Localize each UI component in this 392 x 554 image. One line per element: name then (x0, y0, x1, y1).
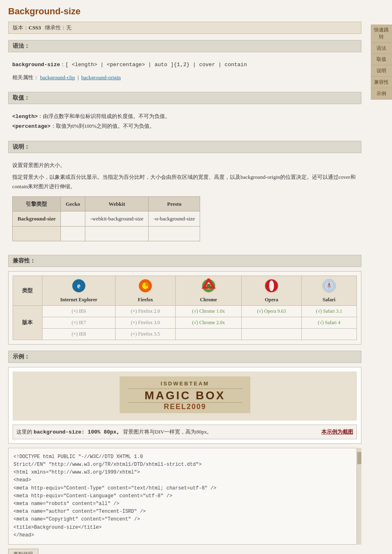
values-content: <length>：由浮点数字和单位标识符组成的长度值。不可为负值。 <perce… (8, 108, 361, 135)
vendor-empty2 (60, 226, 85, 241)
vendor-col-engine: 引擎类型 (13, 196, 61, 211)
version-value: CSS3 (29, 24, 41, 31)
compat-table: 类型 e Internet Explorer (13, 276, 357, 340)
quick-nav-values[interactable]: 取值 (371, 54, 392, 65)
example-header-text: 示例： (13, 354, 30, 360)
quick-nav-title[interactable]: 快速跳转 (371, 24, 392, 43)
compat-row1: 版本 (×) IE6 (×) Firefox 2.0 (√) Chrome 1.… (13, 305, 357, 317)
scrollbar-thumb[interactable] (357, 452, 361, 464)
value-percentage-term: <percentage> (12, 123, 51, 129)
demo-text1: ISDWEBTEAM MAGIC BOX REEL2009 (120, 376, 250, 415)
syntax-line: background-size：[ <length> | <percentage… (12, 60, 357, 69)
compat-opera-v2 (242, 317, 301, 328)
quick-nav-example[interactable]: 示例 (371, 88, 392, 100)
description-content: 设置背景图片的大小。 指定背景大小，以象素或百分比显示。当指定为百分比时，大小会… (8, 157, 361, 249)
compat-chrome-v1: (√) Chrome 1.0x (176, 305, 242, 317)
example-box: ISDWEBTEAM MAGIC BOX REEL2009 (8, 367, 361, 444)
compat-type-header: 类型 (13, 276, 42, 305)
demo-banner: ISDWEBTEAM MAGIC BOX REEL2009 (120, 376, 250, 415)
copy-button[interactable]: 复制代码 (8, 549, 38, 554)
compat-ie-v1: (×) IE6 (42, 305, 116, 317)
example-header: 示例： (8, 351, 361, 363)
screenshot-btn[interactable]: 本示例为截图 (321, 428, 353, 436)
vendor-empty3 (85, 226, 149, 241)
quick-nav-description[interactable]: 说明 (371, 65, 392, 77)
syntax-header-text: 语法： (13, 43, 30, 49)
compat-row2: (×) IE7 (×) Firefox 3.0 (√) Chrome 2.0x … (13, 317, 357, 328)
main-content: Background-size 版本：CSS3 继承性：无 语法： backgr… (0, 0, 370, 554)
svg-text:ISDWEBTEAM: ISDWEBTEAM (160, 380, 209, 387)
compat-row3: (×) IE8 (×) Firefox 3.5 (13, 328, 357, 340)
compat-safari-header: Safari (301, 276, 356, 305)
quick-nav-compat[interactable]: 兼容性 (371, 77, 392, 88)
syntax-definition: ：[ <length> | <percentage> | auto ]{1,2}… (60, 62, 247, 68)
compat-ie-header: e Internet Explorer (42, 276, 116, 305)
compat-header-row: 类型 e Internet Explorer (13, 276, 357, 305)
compat-ff-v3: (×) Firefox 3.5 (116, 328, 176, 340)
compat-safari-v3 (301, 328, 356, 340)
vendor-empty4 (149, 226, 200, 241)
page-wrapper: 快速跳转 语法 取值 说明 兼容性 示例 Background-size 版本：… (0, 0, 392, 554)
version-bar: 版本：CSS3 继承性：无 (8, 22, 361, 34)
example-desc-text: 这里的 background-size: 100% 80px。 背景图片将与DI… (16, 428, 212, 436)
related-link-origin[interactable]: background-origin (81, 74, 121, 80)
compat-ie-v3: (×) IE8 (42, 328, 116, 340)
safari-browser-name: Safari (305, 297, 353, 303)
compat-chrome-v2: (√) Chrome 2.0x (176, 317, 242, 328)
svg-text:REEL2009: REEL2009 (163, 403, 206, 411)
svg-text:e: e (77, 282, 80, 290)
inherit-value: 无 (66, 24, 71, 31)
svg-point-6 (207, 284, 211, 288)
compat-ff-v2: (×) Firefox 3.0 (116, 317, 176, 328)
value-length-term: <length> (12, 113, 38, 120)
related-link-clip[interactable]: background-clip (40, 74, 75, 80)
firefox-icon (119, 278, 172, 296)
value-percentage-desc: ：取值为0%到100%之间的值。不可为负值。 (51, 123, 155, 129)
compat-opera-v3 (242, 328, 301, 340)
vendor-col-webkit: Webkit (85, 196, 149, 211)
opera-browser-name: Opera (245, 297, 298, 303)
example-section: ISDWEBTEAM MAGIC BOX REEL2009 (8, 367, 361, 554)
vendor-col-gecko: Gecko (60, 196, 85, 211)
page-title: Background-size (8, 6, 361, 17)
chrome-icon (179, 278, 238, 296)
compat-header-text: 兼容性： (13, 258, 36, 264)
related-label: 相关属性： (12, 74, 39, 80)
vendor-row: Background-size -webkit-background-size … (13, 211, 200, 226)
vendor-presto: -o-background-size (149, 211, 200, 226)
code-scrollbar[interactable] (356, 448, 361, 545)
safari-icon (305, 278, 353, 296)
compat-safari-v2: (√) Safari 4 (301, 317, 356, 328)
compat-opera-v1: (√) Opera 9.63 (242, 305, 301, 317)
syntax-content: background-size：[ <length> | <percentage… (8, 56, 361, 86)
example-desc-row: 这里的 background-size: 100% 80px。 背景图片将与DI… (13, 425, 357, 439)
vendor-empty1 (13, 226, 61, 241)
value-length-desc: ：由浮点数字和单位标识符组成的长度值。不可为负值。 (38, 113, 170, 119)
ie-browser-name: Internet Explorer (46, 297, 112, 303)
vendor-webkit: -webkit-background-size (85, 211, 149, 226)
quick-nav: 快速跳转 语法 取值 说明 兼容性 示例 (371, 24, 392, 100)
value-percentage: <percentage>：取值为0%到100%之间的值。不可为负值。 (12, 121, 357, 131)
description-header-text: 说明： (13, 144, 30, 150)
example-demo: ISDWEBTEAM MAGIC BOX REEL2009 (13, 372, 357, 421)
ie-icon: e (46, 278, 112, 296)
example-code-inline: background-size: 100% 80px。 (33, 429, 122, 435)
svg-point-8 (269, 280, 274, 291)
compat-chrome-header: Chrome (176, 276, 242, 305)
vendor-col-presto: Presto (149, 196, 200, 211)
description-header: 说明： (8, 141, 361, 153)
code-block: <!DOCTYPE html PUBLIC "-//W3C//DTD XHTML… (8, 448, 361, 545)
opera-icon (245, 278, 298, 296)
version-label: 版本： (13, 24, 29, 31)
compat-ff-header: Firefox (116, 276, 176, 305)
compat-header: 兼容性： (8, 255, 361, 267)
quick-nav-syntax[interactable]: 语法 (371, 43, 392, 54)
compat-version-header: 版本 (13, 305, 42, 340)
related-attrs: 相关属性： background-clip | background-origi… (12, 73, 357, 82)
vendor-row-empty (13, 226, 200, 241)
compat-chrome-v3 (176, 328, 242, 340)
desc-line1: 设置背景图片的大小。 (12, 160, 357, 170)
inherit-label: 继承性： (45, 24, 66, 31)
compat-ie-v2: (×) IE7 (42, 317, 116, 328)
compat-ff-v1: (×) Firefox 2.0 (116, 305, 176, 317)
